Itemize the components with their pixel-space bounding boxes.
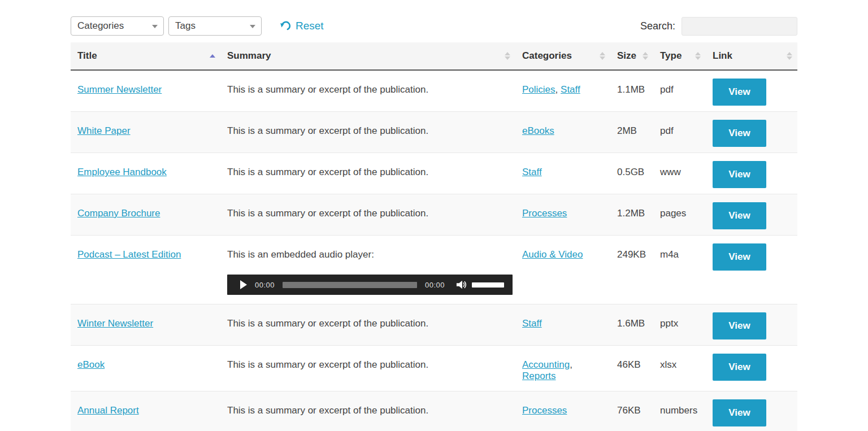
column-header-label: Categories	[522, 50, 572, 61]
cell-categories: Staff	[515, 304, 610, 346]
cell-categories: Staff	[515, 153, 610, 194]
column-header-size[interactable]: Size	[610, 42, 653, 70]
cell-type: www	[653, 153, 706, 194]
publication-title-link[interactable]: Employee Handbook	[77, 167, 167, 177]
file-type: www	[660, 167, 681, 177]
publication-title-link[interactable]: Podcast – Latest Edition	[77, 249, 181, 260]
sort-up-arrow	[210, 54, 215, 58]
cell-link: View	[706, 153, 797, 194]
cell-title: White Paper	[71, 112, 220, 153]
sort-up-arrow	[505, 52, 510, 55]
view-button[interactable]: View	[713, 243, 766, 271]
volume-speaker-icon[interactable]	[456, 280, 467, 290]
chevron-down-icon	[250, 25, 255, 28]
view-button[interactable]: View	[713, 202, 766, 229]
column-header-categories[interactable]: Categories	[515, 42, 610, 70]
category-link[interactable]: eBooks	[522, 125, 554, 136]
publication-title-link[interactable]: White Paper	[77, 125, 131, 136]
reset-button[interactable]: Reset	[280, 20, 324, 32]
view-button[interactable]: View	[713, 120, 766, 147]
category-link[interactable]: Processes	[522, 405, 567, 416]
tags-filter-dropdown[interactable]: Tags	[168, 16, 262, 36]
cell-type: m4a	[653, 236, 706, 304]
file-size: 249KB	[617, 249, 646, 260]
file-size: 2MB	[617, 125, 637, 136]
audio-progress-bar[interactable]	[283, 282, 417, 288]
column-header-label: Summary	[227, 50, 271, 61]
view-button[interactable]: View	[713, 399, 766, 426]
summary-text: This is an embedded audio player:	[227, 249, 374, 260]
file-type: pdf	[660, 125, 674, 136]
audio-player[interactable]: 00:0000:00	[227, 275, 513, 295]
publications-table: TitleSummaryCategoriesSizeTypeLink Summe…	[71, 42, 797, 431]
sort-up-arrow	[787, 52, 792, 55]
cell-categories: eBooks	[515, 112, 610, 153]
cell-size: 249KB	[610, 236, 653, 304]
sort-up-arrow	[600, 52, 605, 55]
category-link[interactable]: Audio & Video	[522, 249, 583, 260]
file-size: 1.6MB	[617, 318, 645, 329]
publication-title-link[interactable]: Summer Newsletter	[77, 84, 162, 95]
cell-link: View	[706, 346, 797, 391]
volume-slider[interactable]	[472, 282, 504, 288]
publications-page: Categories Tags Reset Search:	[71, 0, 797, 431]
table-row: Podcast – Latest EditionThis is an embed…	[71, 236, 797, 304]
publication-title-link[interactable]: Company Brochure	[77, 208, 160, 219]
filter-controls: Categories Tags Reset	[71, 16, 324, 36]
column-header-summary[interactable]: Summary	[220, 42, 515, 70]
view-button[interactable]: View	[713, 354, 766, 381]
cell-size: 76KB	[610, 391, 653, 431]
column-header-link[interactable]: Link	[706, 42, 797, 70]
audio-current-time: 00:00	[255, 281, 275, 289]
table-row: eBookThis is a summary or excerpt of the…	[71, 346, 797, 391]
cell-categories: Audio & Video	[515, 236, 610, 304]
sort-up-arrow	[643, 52, 648, 55]
chevron-down-icon	[152, 25, 158, 28]
sort-down-arrow	[695, 56, 701, 60]
play-button-icon[interactable]	[240, 280, 247, 289]
search-area: Search:	[640, 17, 797, 36]
categories-filter-dropdown[interactable]: Categories	[71, 16, 164, 36]
category-link[interactable]: Staff	[561, 84, 580, 95]
cell-title: Employee Handbook	[71, 153, 220, 194]
file-type: numbers	[660, 405, 697, 416]
cell-categories: Processes	[515, 391, 610, 431]
cell-title: Winter Newsletter	[71, 304, 220, 346]
category-link[interactable]: Staff	[522, 318, 542, 329]
category-link[interactable]: Processes	[522, 208, 567, 219]
cell-link: View	[706, 304, 797, 346]
category-link[interactable]: Staff	[522, 167, 542, 177]
view-button[interactable]: View	[713, 79, 766, 106]
view-button[interactable]: View	[713, 161, 766, 188]
table-row: Company BrochureThis is a summary or exc…	[71, 194, 797, 236]
cell-summary: This is a summary or excerpt of the publ…	[220, 70, 515, 112]
category-link[interactable]: Reports	[522, 371, 556, 381]
column-header-type[interactable]: Type	[653, 42, 706, 70]
summary-text: This is a summary or excerpt of the publ…	[227, 359, 428, 370]
cell-categories: Policies, Staff	[515, 70, 610, 112]
cell-link: View	[706, 70, 797, 112]
cell-type: pages	[653, 194, 706, 236]
search-input[interactable]	[682, 17, 797, 36]
table-row: Employee HandbookThis is a summary or ex…	[71, 153, 797, 194]
summary-text: This is a summary or excerpt of the publ…	[227, 208, 428, 219]
publication-title-link[interactable]: Annual Report	[77, 405, 139, 416]
view-button[interactable]: View	[713, 312, 766, 339]
file-type: pptx	[660, 318, 678, 329]
cell-size: 2MB	[610, 112, 653, 153]
category-link[interactable]: Accounting	[522, 359, 570, 370]
summary-text: This is a summary or excerpt of the publ…	[227, 167, 428, 177]
publication-title-link[interactable]: Winter Newsletter	[77, 318, 153, 329]
sort-icon	[695, 52, 701, 60]
cell-summary: This is a summary or excerpt of the publ…	[220, 153, 515, 194]
summary-text: This is a summary or excerpt of the publ…	[227, 405, 428, 416]
cell-type: pdf	[653, 112, 706, 153]
sort-down-arrow	[643, 56, 648, 60]
category-link[interactable]: Policies	[522, 84, 555, 95]
cell-size: 0.5GB	[610, 153, 653, 194]
publication-title-link[interactable]: eBook	[77, 359, 105, 370]
cell-type: pdf	[653, 70, 706, 112]
column-header-title[interactable]: Title	[71, 42, 220, 70]
cell-summary: This is a summary or excerpt of the publ…	[220, 304, 515, 346]
cell-categories: Processes	[515, 194, 610, 236]
